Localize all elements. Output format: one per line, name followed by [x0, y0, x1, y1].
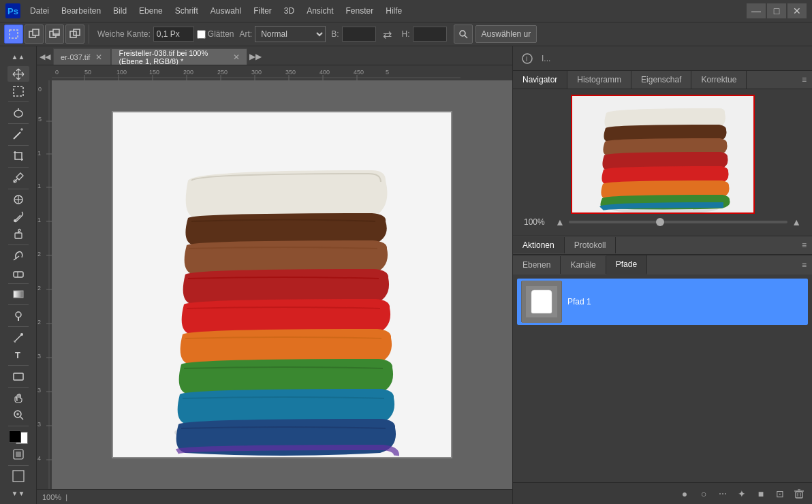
sub-select-button[interactable] — [45, 25, 64, 44]
quick-mask-button[interactable] — [7, 447, 29, 462]
load-path-button[interactable]: ⋯ — [715, 486, 730, 501]
minimize-button[interactable]: — — [747, 3, 766, 18]
navigator-tabs: Navigator Histogramm Eigenschaf Korrektu… — [513, 71, 812, 89]
eyedropper-tool[interactable] — [7, 170, 29, 186]
weiche-kante-label: Weiche Kante: — [97, 29, 151, 39]
b-input[interactable] — [342, 27, 376, 42]
color-swatches[interactable] — [9, 430, 28, 444]
gradient-tool[interactable] — [7, 286, 29, 302]
auswahl-button[interactable]: Auswählen ur — [475, 25, 537, 43]
menu-ansicht[interactable]: Ansicht — [301, 5, 339, 17]
rect-select-button[interactable] — [4, 25, 23, 44]
tab-protokoll[interactable]: Protokoll — [565, 237, 616, 253]
glatten-checkbox[interactable] — [197, 30, 206, 39]
dodge-tool[interactable] — [7, 308, 29, 324]
history-brush-tool[interactable] — [7, 247, 29, 263]
tab-pfade[interactable]: Pfade — [606, 255, 647, 274]
close-button[interactable]: ✕ — [787, 3, 807, 18]
tab-037-close[interactable]: ✕ — [94, 52, 104, 62]
svg-point-28 — [20, 333, 23, 336]
intersect-select-button[interactable] — [65, 25, 84, 44]
menu-fenster[interactable]: Fenster — [341, 5, 379, 17]
navigator-content: 100% ▲ ▲ — [513, 89, 812, 236]
svg-text:i: i — [526, 55, 527, 63]
stamp-tool[interactable] — [7, 226, 29, 242]
tab-aktionen[interactable]: Aktionen — [513, 237, 565, 253]
nav-slider-thumb[interactable] — [656, 218, 664, 226]
svg-point-8 — [460, 31, 465, 36]
svg-point-20 — [14, 219, 16, 222]
info-button[interactable]: i — [518, 50, 536, 67]
svg-text:400: 400 — [319, 69, 330, 76]
menu-hilfe[interactable]: Hilfe — [380, 5, 407, 17]
svg-rect-23 — [14, 272, 23, 277]
tab-038-close[interactable]: ✕ — [233, 52, 240, 62]
art-select[interactable]: Normal Hinzufügen Subtrahieren Schnittme… — [255, 26, 326, 42]
navigator-panel-menu[interactable]: ≡ — [796, 71, 812, 89]
duplicate-path-button[interactable]: ⊡ — [772, 486, 787, 501]
nav-preview-image — [572, 96, 755, 214]
toolbar-scroll-up[interactable]: ▲▲ — [7, 49, 29, 65]
menu-bar: Datei Bearbeiten Bild Ebene Schrift Ausw… — [25, 5, 407, 17]
swap-icon[interactable]: ⇄ — [379, 25, 396, 43]
type-tool[interactable]: T — [7, 347, 29, 362]
maximize-button[interactable]: □ — [767, 3, 786, 18]
delete-path-button[interactable] — [792, 486, 807, 501]
fill-path-button[interactable]: ● — [677, 486, 692, 501]
h-input[interactable] — [413, 27, 447, 42]
menu-datei[interactable]: Datei — [25, 5, 54, 17]
tab-histogramm[interactable]: Histogramm — [567, 71, 631, 89]
eraser-tool[interactable] — [7, 265, 29, 281]
zoom-tool[interactable] — [7, 407, 29, 423]
move-tool[interactable] — [7, 66, 29, 82]
selection-tool[interactable] — [7, 83, 29, 99]
toolbar-scroll-down[interactable]: ▼▼ — [7, 486, 29, 501]
weiche-kante-input[interactable] — [153, 27, 194, 42]
heal-tool[interactable] — [7, 191, 29, 207]
canvas-viewport[interactable]: 0 50 100 150 200 250 300 350 400 — [37, 65, 512, 489]
tab-freisteller-038[interactable]: Freisteller-038.tif bei 100% (Ebene 1, R… — [111, 48, 247, 65]
new-path-button[interactable]: ■ — [753, 486, 768, 501]
tab-scroll-left[interactable]: ◀◀ — [37, 48, 53, 65]
tab-navigator[interactable]: Navigator — [513, 71, 567, 89]
magic-wand-tool[interactable] — [7, 127, 29, 142]
menu-3d[interactable]: 3D — [279, 5, 300, 17]
nav-zoom-out-icon[interactable]: ▲ — [555, 217, 565, 227]
svg-text:200: 200 — [183, 69, 193, 76]
crop-tool[interactable] — [7, 148, 29, 164]
svg-rect-10 — [14, 86, 23, 96]
tab-scroll-right[interactable]: ▶▶ — [247, 48, 264, 65]
tab-freisteller-037[interactable]: er-037.tif ✕ — [53, 48, 111, 65]
screen-mode-button[interactable] — [7, 469, 29, 484]
tab-ebenen[interactable]: Ebenen — [513, 256, 561, 274]
menu-ebene[interactable]: Ebene — [134, 5, 168, 17]
tab-037-label: er-037.tif — [61, 53, 90, 61]
layers-section: Ebenen Kanäle Pfade ≡ — [513, 255, 812, 504]
search-button[interactable] — [454, 25, 473, 44]
layers-panel-menu[interactable]: ≡ — [796, 256, 812, 274]
hand-tool[interactable] — [7, 390, 29, 406]
path-item[interactable]: Pfad 1 — [517, 279, 808, 325]
menu-bild[interactable]: Bild — [108, 5, 132, 17]
menu-schrift[interactable]: Schrift — [170, 5, 204, 17]
lasso-tool[interactable] — [7, 105, 29, 121]
aktionen-panel-menu[interactable]: ≡ — [796, 236, 812, 254]
tab-korrekturen[interactable]: Korrektue — [691, 71, 747, 89]
nav-zoom-slider[interactable] — [569, 221, 787, 223]
shape-tool[interactable] — [7, 368, 29, 384]
add-select-button[interactable] — [25, 25, 44, 44]
svg-text:3: 3 — [37, 387, 41, 394]
tab-kanaele[interactable]: Kanäle — [561, 256, 606, 274]
canvas-content — [52, 80, 512, 489]
nav-zoom-in-icon[interactable]: ▲ — [792, 217, 801, 227]
pen-tool[interactable] — [7, 330, 29, 345]
menu-auswahl[interactable]: Auswahl — [205, 5, 247, 17]
stroke-path-button[interactable]: ○ — [696, 486, 711, 501]
ruler-horizontal: 0 50 100 150 200 250 300 350 400 — [52, 65, 512, 80]
info-bar: i I... — [513, 46, 812, 71]
make-workpath-button[interactable]: ✦ — [734, 486, 749, 501]
tab-eigenschaften[interactable]: Eigenschaf — [631, 71, 691, 89]
menu-bearbeiten[interactable]: Bearbeiten — [56, 5, 106, 17]
menu-filter[interactable]: Filter — [248, 5, 277, 17]
brush-tool[interactable] — [7, 208, 29, 224]
